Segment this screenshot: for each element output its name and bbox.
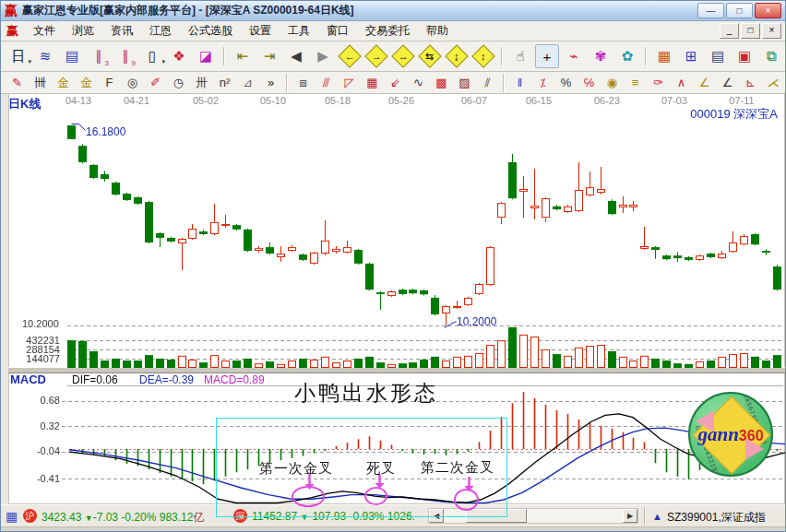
gann-box-icon[interactable]: ⧈ — [292, 73, 314, 93]
expand-vertical-icon[interactable]: ↕ — [471, 44, 495, 68]
first-bar-icon[interactable]: ⇤ — [231, 44, 255, 68]
prev-bar-icon[interactable]: ◀ — [284, 44, 308, 68]
toolbar-separator — [501, 47, 503, 65]
gann-flower-icon[interactable]: ✾ — [589, 44, 613, 68]
menu-browse[interactable]: 浏览 — [64, 21, 102, 41]
macd-axis-label: 0.68 — [8, 395, 60, 406]
trendline-tool-icon[interactable]: ⌁ — [562, 44, 586, 68]
draw-pencil-icon[interactable]: ✎ — [6, 73, 28, 93]
macd-indicator-label[interactable]: MACD — [10, 372, 46, 386]
calculator-icon[interactable]: ⊞ — [679, 44, 703, 68]
intraday-chart-icon[interactable]: ≋ — [33, 44, 57, 68]
sh-index-pct: -0.20% — [121, 511, 156, 524]
comb-lines-icon[interactable]: 卅 — [191, 73, 212, 93]
period-3-icon[interactable]: ∥3 — [87, 44, 111, 68]
menu-gann[interactable]: 江恩 — [141, 21, 180, 41]
panel-label-kline: 日K线 — [8, 96, 41, 112]
menu-bar: 赢 文件浏览资讯江恩公式选股设置工具窗口交易委托帮助 _ □ × — [1, 21, 785, 41]
zoom-out-horizontal-icon[interactable]: ↔ — [391, 44, 415, 68]
crosshair-icon[interactable]: + — [535, 44, 559, 68]
golden-grid2-icon[interactable]: 金 — [76, 73, 97, 93]
shift-right-icon[interactable]: → — [364, 44, 388, 68]
child-restore-button[interactable]: □ — [741, 23, 760, 39]
date-tick-label: 06-23 — [594, 95, 620, 106]
shift-left-icon[interactable]: ← — [338, 44, 362, 68]
window-controls: — □ × — [697, 3, 781, 18]
golden-angle-icon[interactable]: ∠ — [694, 73, 715, 93]
spiral-icon[interactable]: ◎ — [122, 73, 143, 93]
date-tick-label: 04-21 — [124, 95, 149, 106]
n-square-icon[interactable]: n² — [214, 73, 235, 93]
index-flag-icon: ▲ — [652, 511, 662, 522]
minimize-button[interactable]: — — [697, 3, 724, 18]
menu-window[interactable]: 窗口 — [318, 21, 357, 41]
parallel-lines-icon[interactable]: ⫽ — [477, 73, 498, 93]
golden-lines-icon[interactable]: ≡ — [625, 73, 646, 93]
toolbar-separator — [503, 74, 505, 92]
hatch-box-icon[interactable]: ▩ — [431, 73, 452, 93]
percent-line-icon[interactable]: ℅ — [578, 73, 600, 93]
death-cross-marker[interactable] — [364, 487, 387, 505]
shanghai-index-quote[interactable]: 3423.43 ▼-7.03 -0.20% 983.12亿 — [42, 510, 204, 526]
fib-grid-icon[interactable]: F — [99, 73, 120, 93]
grid-box-icon[interactable]: ▦ — [362, 73, 383, 93]
date-tick-label: 07-11 — [729, 95, 754, 106]
notebook-icon[interactable]: ▤ — [706, 44, 730, 68]
second-golden-cross-marker[interactable] — [454, 489, 479, 511]
percent-icon[interactable]: % — [555, 73, 577, 93]
dark-box-icon[interactable]: ▨ — [454, 73, 475, 93]
child-minimize-button[interactable]: _ — [720, 23, 739, 39]
period-9-icon[interactable]: ∥9 — [113, 44, 137, 68]
export-icon[interactable]: ⧉ — [759, 44, 783, 68]
tick-table-icon[interactable]: ▦ — [6, 509, 18, 524]
wave-peak-icon[interactable]: ∧ — [671, 73, 692, 93]
period-daily-dropdown[interactable]: 日▾ — [6, 44, 30, 68]
price-scale-icon[interactable]: ‖ — [509, 73, 530, 93]
golden-grid-icon[interactable]: 金 — [53, 73, 74, 93]
flag-tool-icon[interactable]: ⊿ — [237, 73, 258, 93]
down-arrow-icon: ▼ — [85, 514, 93, 523]
price-high-label: 16.1800 — [86, 125, 125, 138]
menu-settings[interactable]: 设置 — [241, 21, 280, 41]
menu-formula-picker[interactable]: 公式选股 — [180, 21, 241, 41]
candle-pencil-icon[interactable]: ✑ — [648, 73, 669, 93]
current-index-label[interactable]: SZ399001,深证成指 — [667, 510, 766, 526]
menu-news[interactable]: 资讯 — [102, 21, 141, 41]
maximize-button[interactable]: □ — [726, 3, 753, 18]
speed-fan-icon[interactable]: ⫻ — [316, 73, 337, 93]
macd-dea-value: DEA=-0.39 — [139, 373, 194, 386]
smart-tool-icon[interactable]: ✿ — [615, 44, 639, 68]
child-close-button[interactable]: × — [762, 23, 781, 39]
pan-hand-icon[interactable]: ☝ — [508, 44, 532, 68]
compress-vertical-icon[interactable]: ↨ — [445, 44, 469, 68]
more-tools-chevron[interactable]: » — [260, 73, 281, 93]
fan-box-icon[interactable]: ◸ — [339, 73, 360, 93]
scroll-right-button[interactable]: ▶ — [623, 509, 637, 523]
next-bar-icon[interactable]: ▶ — [311, 44, 335, 68]
last-bar-icon[interactable]: ⇥ — [257, 44, 281, 68]
color-chart-icon[interactable]: ◪ — [194, 44, 218, 68]
calendar-icon[interactable]: ▦ — [652, 44, 676, 68]
f10-info-icon[interactable]: ▤ — [60, 44, 84, 68]
zigzag-icon[interactable]: ∿ — [408, 73, 429, 93]
menu-tools[interactable]: 工具 — [280, 21, 318, 41]
gold-ray-icon[interactable]: ⋌ — [763, 73, 784, 93]
first-golden-cross-marker[interactable] — [292, 486, 325, 507]
close-button[interactable]: × — [755, 3, 781, 18]
time-cycle-icon[interactable]: ◷ — [168, 73, 189, 93]
menu-trade[interactable]: 交易委托 — [357, 21, 418, 41]
percent-zigzag-icon[interactable]: ⁒ — [532, 73, 554, 93]
stock-picker-icon[interactable]: ❖ — [167, 44, 191, 68]
save-icon[interactable]: ▣ — [732, 44, 756, 68]
angle-pencil-icon[interactable]: ✐ — [145, 73, 166, 93]
menu-help[interactable]: 帮助 — [418, 21, 457, 41]
golden-circle-icon[interactable]: ◉ — [601, 73, 623, 93]
ray-lines-icon[interactable]: ⇙ — [385, 73, 406, 93]
gann-comb-icon[interactable]: 卌 — [30, 73, 51, 93]
pattern-title-annotation[interactable]: 小鸭出水形态 — [294, 379, 438, 408]
menu-file[interactable]: 文件 — [25, 21, 64, 41]
j-angle-icon[interactable]: ∠ — [717, 73, 738, 93]
f-angle-icon[interactable]: ⊾ — [740, 73, 761, 93]
candle-style-dropdown[interactable]: ▯▾ — [140, 44, 164, 68]
zoom-in-horizontal-icon[interactable]: ⇆ — [418, 44, 442, 68]
